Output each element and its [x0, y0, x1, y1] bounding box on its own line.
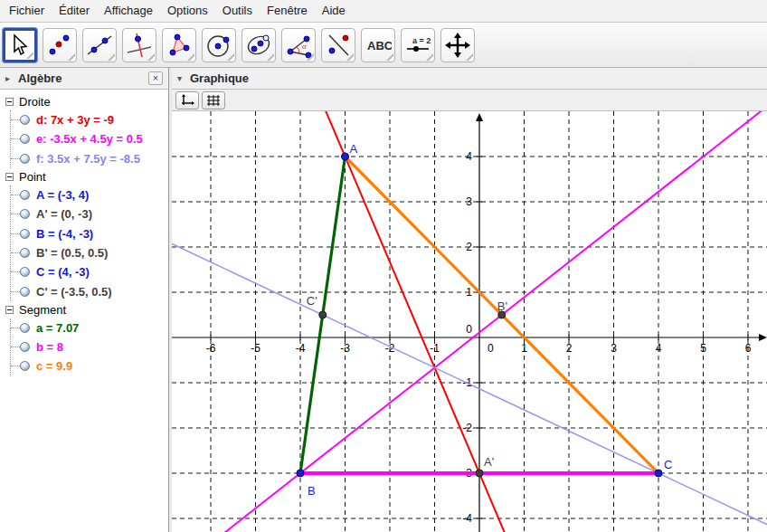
menu-item-editer[interactable]: Éditer [52, 0, 97, 22]
y-tick-label: -2 [462, 422, 472, 434]
move-graphics-view-tool[interactable] [440, 28, 475, 62]
algebra-item-a[interactable]: a = 7.07 [11, 318, 168, 337]
graphics-stylebar [172, 90, 767, 111]
graphics-panel: ▾ Graphique [172, 68, 767, 532]
algebra-item-C[interactable]: C = (4, -3) [11, 262, 168, 281]
toolbar: αABCa = 2 [0, 23, 767, 68]
collapse-arrow-icon[interactable]: ▾ [177, 73, 190, 83]
angle-tool[interactable]: α [281, 28, 316, 62]
algebra-item-f[interactable]: f: 3.5x + 7.5y = -8.5 [11, 149, 168, 168]
point-label-A-prime[interactable]: A' [484, 455, 494, 469]
point-label-C[interactable]: C [664, 458, 672, 471]
collapse-minus-icon[interactable] [5, 173, 14, 181]
point-label-B-prime[interactable]: B' [497, 299, 507, 313]
new-point-tool[interactable] [43, 28, 77, 62]
toggle-axes-button[interactable] [175, 91, 199, 109]
algebra-item-text: A' = (0, -3) [36, 207, 92, 221]
text-tool[interactable]: ABC [361, 28, 395, 62]
collapse-minus-icon[interactable] [5, 306, 14, 314]
algebra-item-text: c = 9.9 [36, 359, 72, 373]
algebra-item-b[interactable]: b = 8 [11, 337, 168, 356]
point-A[interactable] [342, 153, 349, 160]
visibility-toggle-icon[interactable] [20, 287, 30, 297]
x-tick-label: 1 [521, 342, 527, 355]
x-tick-label: 3 [611, 342, 617, 355]
point-C[interactable] [655, 470, 662, 477]
toggle-grid-button[interactable] [202, 91, 225, 109]
menu-item-aide[interactable]: Aide [315, 0, 353, 22]
visibility-toggle-icon[interactable] [20, 209, 30, 219]
algebra-item-e[interactable]: e: -3.5x + 4.5y = 0.5 [11, 129, 168, 148]
x-tick-label: 4 [656, 342, 662, 355]
algebra-item-d[interactable]: d: 7x + 3y = -9 [11, 110, 168, 129]
algebra-section-point[interactable]: Point [4, 168, 168, 185]
svg-text:α: α [302, 42, 307, 51]
circle-tool[interactable] [202, 28, 236, 62]
algebra-item-C-prime[interactable]: C' = (-3.5, 0.5) [11, 281, 168, 300]
point-label-A[interactable]: A [350, 142, 358, 156]
algebra-item-B[interactable]: B = (-4, -3) [11, 223, 168, 242]
point-label-B[interactable]: B [308, 484, 316, 498]
menu-item-fenetre[interactable]: Fenêtre [260, 0, 315, 22]
x-tick-label: -5 [251, 342, 260, 355]
menu-item-fichier[interactable]: Fichier [2, 0, 52, 22]
visibility-toggle-icon[interactable] [20, 115, 30, 125]
x-tick-label: -3 [340, 342, 350, 355]
y-tick-label: 4 [466, 150, 472, 163]
visibility-toggle-icon[interactable] [20, 154, 30, 164]
algebra-section-segment[interactable]: Segment [4, 301, 168, 318]
algebra-item-A-prime[interactable]: A' = (0, -3) [11, 204, 168, 223]
section-label: Segment [19, 303, 66, 317]
line-through-points-tool[interactable] [82, 28, 117, 62]
point-B[interactable] [297, 470, 304, 477]
collapse-minus-icon[interactable] [5, 98, 14, 106]
svg-text:a = 2: a = 2 [412, 36, 431, 45]
visibility-toggle-icon[interactable] [20, 361, 30, 371]
point-A-prime[interactable] [476, 470, 483, 477]
menu-item-outils[interactable]: Outils [215, 0, 260, 22]
algebra-header: ▸ Algèbre × [0, 68, 168, 90]
conic-tool[interactable] [241, 28, 276, 62]
algebra-item-B-prime[interactable]: B' = (0.5, 0.5) [11, 243, 168, 262]
algebra-item-c[interactable]: c = 9.9 [11, 356, 168, 375]
visibility-toggle-icon[interactable] [20, 342, 30, 352]
algebra-item-text: C = (4, -3) [36, 265, 90, 279]
visibility-toggle-icon[interactable] [20, 248, 30, 258]
y-tick-label: 2 [466, 241, 472, 253]
slider-tool[interactable]: a = 2 [401, 28, 435, 62]
perpendicular-line-tool[interactable] [122, 28, 156, 62]
menu-item-options[interactable]: Options [160, 0, 215, 22]
y-tick-label: 1 [466, 286, 472, 299]
x-tick-label: -1 [430, 342, 440, 355]
menu-bar: FichierÉditerAffichageOptionsOutilsFenêt… [0, 0, 767, 23]
geogebra-window: FichierÉditerAffichageOptionsOutilsFenêt… [0, 0, 767, 532]
algebra-items-point: A = (-3, 4)A' = (0, -3)B = (-4, -3)B' = … [10, 185, 168, 301]
algebra-tree: Droited: 7x + 3y = -9e: -3.5x + 4.5y = 0… [0, 90, 168, 532]
graph-canvas[interactable]: -6-5-4-3-2-1123456-4-3-2-1123400AA'BB'CC… [172, 111, 767, 532]
grid-icon [206, 94, 221, 107]
visibility-toggle-icon[interactable] [20, 323, 30, 333]
section-label: Droite [19, 95, 51, 109]
algebra-item-text: C' = (-3.5, 0.5) [36, 285, 112, 299]
collapse-arrow-icon[interactable]: ▸ [5, 73, 18, 83]
visibility-toggle-icon[interactable] [20, 267, 30, 277]
visibility-toggle-icon[interactable] [20, 190, 30, 200]
point-C-prime[interactable] [319, 311, 327, 318]
menu-item-affichage[interactable]: Affichage [97, 0, 160, 22]
reflection-tool[interactable] [321, 28, 355, 62]
algebra-items-droite: d: 7x + 3y = -9e: -3.5x + 4.5y = 0.5f: 3… [10, 110, 168, 168]
close-algebra-button[interactable]: × [148, 71, 163, 85]
x-tick-label: -6 [206, 342, 216, 355]
point-label-C-prime[interactable]: C' [307, 294, 317, 308]
visibility-toggle-icon[interactable] [20, 229, 30, 239]
visibility-toggle-icon[interactable] [20, 134, 30, 144]
polygon-tool[interactable] [162, 28, 196, 62]
x-tick-label: 2 [566, 342, 573, 355]
algebra-section-droite[interactable]: Droite [4, 93, 168, 110]
algebra-item-text: A = (-3, 4) [36, 188, 89, 202]
graphics-header: ▾ Graphique [172, 68, 767, 90]
graphics-title: Graphique [190, 71, 249, 85]
y-tick-label: -4 [462, 512, 472, 525]
move-tool[interactable] [3, 28, 37, 62]
algebra-item-A[interactable]: A = (-3, 4) [11, 185, 168, 204]
